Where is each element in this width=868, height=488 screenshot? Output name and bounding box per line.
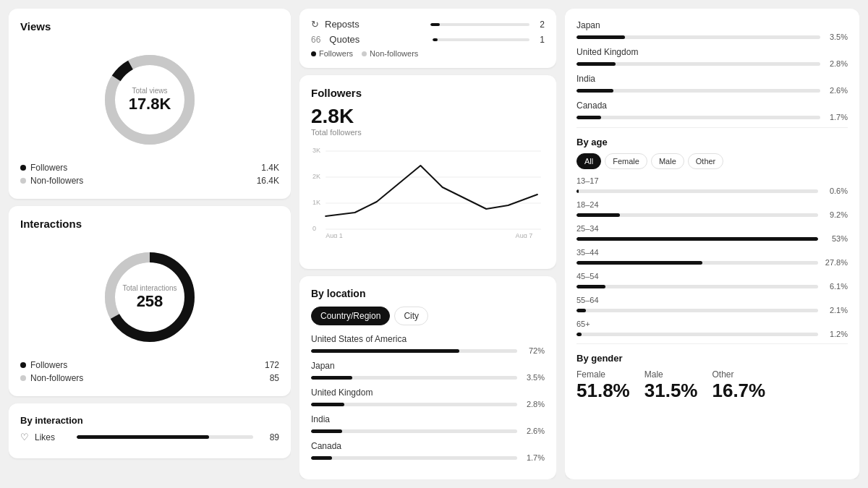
- age-65plus-pct: 1.2%: [822, 330, 848, 338]
- views-followers-label: Followers: [30, 163, 67, 173]
- interactions-nonfollowers-label: Non-followers: [30, 373, 83, 383]
- audience-india-bar: [576, 89, 613, 93]
- age-25-34: 25–34 53%: [576, 224, 848, 243]
- followers-pill-dot: [311, 51, 316, 56]
- age-18-24-bar-bg: [576, 213, 818, 217]
- location-usa-bar-row: 72%: [311, 346, 545, 355]
- audience-uk-bar-bg: [576, 62, 820, 66]
- age-55-64-bar: [576, 309, 586, 312]
- by-age-title: By age: [576, 137, 848, 147]
- likes-count: 89: [259, 432, 279, 442]
- age-25-34-pct: 53%: [822, 234, 848, 243]
- gender-other-label: Other: [712, 369, 765, 380]
- quotes-count: 1: [540, 35, 545, 45]
- svg-text:1K: 1K: [312, 199, 320, 206]
- audience-canada: Canada 1.7%: [576, 100, 848, 121]
- views-nonfollowers-legend: Non-followers 16.4K: [20, 174, 279, 187]
- tab-city[interactable]: City: [394, 307, 428, 325]
- location-card: By location Country/Region City United S…: [299, 276, 556, 479]
- audience-uk-bar: [576, 62, 616, 66]
- age-45-54-label: 45–54: [576, 272, 848, 281]
- by-gender-title: By gender: [576, 353, 848, 364]
- location-japan: Japan 3.5%: [311, 361, 545, 382]
- reposts-bar-fill: [430, 23, 441, 26]
- tab-country-region[interactable]: Country/Region: [311, 307, 390, 325]
- audience-india-name: India: [576, 74, 848, 84]
- main-container: Views Total views 17.8K: [0, 0, 868, 488]
- age-filter-male[interactable]: Male: [651, 153, 684, 169]
- audience-uk-bar-row: 2.8%: [576, 59, 848, 68]
- chart-x-end: Aug 7: [516, 232, 533, 238]
- likes-bar-bg: [77, 435, 253, 439]
- age-35-44-pct: 27.8%: [822, 258, 848, 267]
- views-title: Views: [20, 20, 279, 33]
- age-13-17-bar: [576, 189, 579, 193]
- location-canada: Canada 1.7%: [311, 441, 545, 462]
- age-18-24-bar: [576, 213, 620, 217]
- views-followers-dot: [20, 165, 26, 171]
- age-filter-female[interactable]: Female: [605, 153, 647, 169]
- quotes-bar-bg: [433, 38, 529, 41]
- divider-2: [576, 343, 848, 344]
- audience-canada-pct: 1.7%: [825, 113, 848, 121]
- heart-icon: ♡: [20, 432, 29, 442]
- by-interaction-title: By interaction: [20, 415, 279, 426]
- age-filter-other[interactable]: Other: [688, 153, 724, 169]
- followers-card-title: Followers: [311, 87, 545, 99]
- location-india: India 2.6%: [311, 414, 545, 435]
- age-25-34-label: 25–34: [576, 224, 848, 233]
- reposts-label: Reposts: [325, 19, 425, 30]
- audience-canada-bar-row: 1.7%: [576, 113, 848, 121]
- audience-japan-bar-bg: [576, 35, 820, 39]
- age-filter-group: All Female Male Other: [576, 153, 848, 169]
- views-followers-legend: Followers 1.4K: [20, 161, 279, 174]
- interactions-title: Interactions: [20, 218, 279, 230]
- views-donut: Total views 17.8K: [95, 46, 204, 154]
- gender-female-label: Female: [576, 369, 630, 380]
- quotes-label: Quotes: [329, 34, 426, 45]
- location-japan-bar: [311, 376, 352, 380]
- age-13-17-bar-bg: [576, 189, 818, 193]
- views-total-value: 17.8K: [129, 95, 171, 114]
- age-18-24-label: 18–24: [576, 200, 848, 209]
- audience-japan-pct: 3.5%: [825, 33, 848, 41]
- quotes-bar-fill: [433, 38, 438, 41]
- age-25-34-bar-bg: [576, 237, 818, 241]
- followers-pill: Followers: [311, 49, 353, 58]
- interactions-total-value: 258: [122, 292, 176, 311]
- age-45-54-pct: 6.1%: [822, 282, 848, 291]
- audience-uk-pct: 2.8%: [825, 59, 848, 68]
- gender-row: Female 51.8% Male 31.5% Other 16.7%: [576, 369, 848, 402]
- followers-total-label: Total followers: [311, 128, 545, 137]
- location-uk-bar-row: 2.8%: [311, 400, 545, 408]
- followers-line: [326, 166, 537, 216]
- location-uk: United Kingdom 2.8%: [311, 388, 545, 408]
- age-filter-all[interactable]: All: [576, 153, 601, 169]
- location-usa: United States of America 72%: [311, 334, 545, 355]
- likes-label: Likes: [35, 432, 71, 442]
- location-uk-name: United Kingdom: [311, 388, 545, 398]
- views-total-label: Total views: [129, 87, 171, 95]
- gender-other: Other 16.7%: [712, 369, 765, 402]
- interactions-donut-container: Total interactions 258: [20, 236, 279, 359]
- location-india-name: India: [311, 414, 545, 424]
- by-interaction-card: By interaction ♡ Likes 89: [9, 403, 291, 458]
- audience-canada-bar: [576, 116, 601, 119]
- audience-card: Japan 3.5% United Kingdom 2.8%: [565, 9, 859, 479]
- interactions-donut-label: Total interactions 258: [122, 284, 176, 311]
- likes-row: ♡ Likes 89: [20, 432, 279, 442]
- divider-1: [576, 127, 848, 128]
- reposts-bar-bg: [430, 23, 530, 26]
- location-canada-pct: 1.7%: [522, 453, 545, 462]
- reposts-count: 2: [540, 20, 545, 30]
- views-nonfollowers-label: Non-followers: [30, 176, 83, 186]
- audience-india: India 2.6%: [576, 74, 848, 95]
- interactions-nonfollowers-count: 85: [270, 373, 279, 383]
- age-65plus-bar: [576, 333, 582, 336]
- views-card: Views Total views 17.8K: [9, 9, 291, 199]
- location-canada-bar-bg: [311, 456, 517, 460]
- views-nonfollowers-dot: [20, 178, 26, 184]
- location-usa-pct: 72%: [522, 346, 545, 355]
- nonfollowers-pill-dot: [362, 51, 367, 56]
- interactions-followers-count: 172: [265, 360, 279, 370]
